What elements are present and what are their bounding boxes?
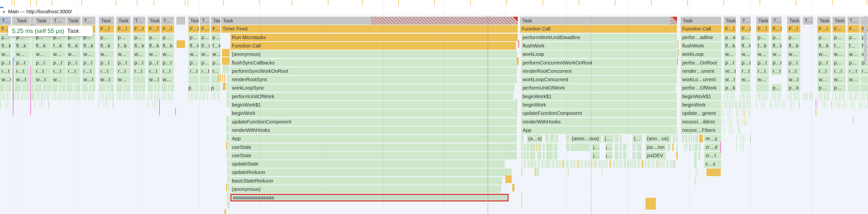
flame-bar[interactable]: w…	[188, 50, 199, 58]
task-bar[interactable]: T…	[847, 17, 860, 25]
flame-bar[interactable]: fl…k	[15, 42, 30, 50]
flame-bar[interactable]: w…t	[82, 76, 95, 83]
flame-bar[interactable]: w…t	[34, 76, 51, 83]
flame-bar[interactable]	[688, 135, 690, 142]
flame-bar[interactable]: beginWork$1	[521, 93, 677, 100]
flame-bar[interactable]: p…t	[148, 59, 160, 67]
flame-bar[interactable]: p…t	[82, 59, 95, 67]
flame-bar[interactable]: f…k	[117, 42, 130, 50]
flame-bar[interactable]	[73, 84, 76, 92]
flame-bar[interactable]: flushWork	[521, 42, 677, 50]
vertical-scrollbar[interactable]	[864, 16, 867, 63]
flame-bar[interactable]	[170, 84, 174, 92]
flame-bar[interactable]: r…t	[117, 67, 130, 75]
flame-bar[interactable]	[148, 84, 153, 92]
flame-bar-main[interactable]: performSyncWorkOnRoot	[230, 67, 517, 75]
flame-bar[interactable]: performWorkUntilDeadline	[521, 34, 677, 41]
flame-bar-main[interactable]: Run Microtasks	[230, 34, 518, 41]
flame-bar[interactable]	[672, 143, 674, 151]
flame-bar[interactable]: p…	[817, 34, 831, 41]
flame-bar[interactable]: jsx…ion	[646, 143, 666, 151]
flame-bar[interactable]: (…	[632, 135, 642, 142]
flame-bar[interactable]	[106, 84, 110, 92]
flame-bar[interactable]	[699, 143, 701, 151]
task-bar[interactable]: Task	[66, 17, 81, 25]
flame-bar[interactable]: (anon…ous)	[570, 135, 601, 142]
flame-bar[interactable]: perfor…OnRoot	[681, 59, 721, 67]
flame-bar[interactable]: p…t	[117, 59, 130, 67]
flame-bar[interactable]: w…	[133, 50, 145, 58]
task-bar[interactable]: Task	[211, 17, 220, 25]
flame-bar[interactable]	[110, 84, 114, 92]
flame-bar[interactable]: w…	[817, 50, 831, 58]
flame-bar[interactable]: p…e	[724, 34, 736, 41]
flame-bar[interactable]: w…	[756, 50, 769, 58]
flame-bar[interactable]: jsxDEV	[646, 152, 666, 159]
flame-bar[interactable]: p…	[133, 34, 145, 41]
flame-bar[interactable]: w…	[740, 50, 751, 58]
task-bar[interactable]: T…	[0, 17, 11, 25]
flame-bar[interactable]: fl…k	[771, 42, 782, 50]
flame-bar[interactable]: p…	[117, 34, 130, 41]
flame-bar[interactable]: w…	[200, 50, 210, 58]
flame-bar[interactable]: performUnitOfWork	[521, 84, 676, 92]
flame-bar[interactable]	[157, 84, 160, 92]
flame-bar[interactable]: c…s	[704, 160, 721, 168]
flame-bar[interactable]	[740, 84, 751, 92]
flame-bar[interactable]: w…	[211, 50, 220, 58]
flame-bar[interactable]	[47, 84, 51, 92]
flame-bar[interactable]: w…t	[15, 76, 30, 83]
flame-bar[interactable]: (a…s)	[527, 135, 542, 142]
flame-bar[interactable]	[521, 135, 524, 142]
task-bar[interactable]: T…	[82, 17, 95, 25]
flame-bar-main[interactable]: workLoopSync	[230, 84, 515, 92]
flame-bar-main[interactable]: flushSyncCallbacks	[230, 59, 517, 67]
flame-bar[interactable]: w…	[117, 50, 130, 58]
flame-bar[interactable]: w…	[161, 50, 174, 58]
flame-bar[interactable]: F…l	[740, 25, 751, 33]
flame-bar[interactable]: F…l	[161, 25, 174, 33]
flame-bar[interactable]: w…t	[99, 76, 114, 83]
flame-bar[interactable]: fl…k	[0, 42, 11, 50]
flame-bar[interactable]	[619, 152, 622, 159]
flame-bar[interactable]	[527, 152, 529, 159]
flame-bar[interactable]: p…	[833, 34, 846, 41]
flame-bar[interactable]: p…	[817, 84, 831, 92]
flame-bar[interactable]: fl…k	[161, 42, 174, 50]
flame-bar[interactable]: p…	[148, 34, 160, 41]
flame-bar[interactable]	[566, 135, 570, 142]
flame-bar[interactable]: p…	[188, 34, 199, 41]
flame-bar-main[interactable]: Function Call	[230, 42, 516, 50]
flame-bar[interactable]: p…t	[787, 59, 800, 67]
flame-bar[interactable]	[66, 84, 73, 92]
flame-bar[interactable]	[689, 143, 691, 151]
flame-bar[interactable]: p…t	[99, 59, 114, 67]
flame-bar[interactable]	[676, 135, 678, 142]
flame-bar[interactable]: w…	[833, 76, 846, 83]
flame-bar[interactable]	[692, 143, 693, 151]
flame-bar-main[interactable]: useState	[230, 143, 517, 151]
flame-bar[interactable]: fl…k	[724, 42, 736, 50]
flame-bar[interactable]	[117, 84, 123, 92]
flame-bar[interactable]: F…l	[817, 25, 831, 33]
flame-bar[interactable]: p…t	[34, 59, 51, 67]
flame-bar[interactable]: F…l	[188, 25, 199, 33]
flame-bar[interactable]: p…	[211, 84, 215, 92]
flame-bar[interactable]	[77, 84, 81, 92]
flame-bar[interactable]	[615, 152, 618, 159]
flame-bar-main[interactable]: updateReducer	[230, 169, 512, 176]
flame-bar[interactable]	[5, 84, 8, 92]
flame-bar[interactable]: re…t	[724, 67, 736, 75]
flame-bar[interactable]: fl…k	[82, 42, 95, 50]
flame-bar[interactable]: w…t	[787, 76, 800, 83]
flame-bar[interactable]: f…	[847, 42, 860, 50]
flame-bar-main[interactable]: renderWithHooks	[230, 127, 517, 134]
flame-bar[interactable]	[218, 84, 220, 92]
flame-bar[interactable]: p…	[771, 34, 782, 41]
flame-bar[interactable]	[34, 84, 42, 92]
flame-bar[interactable]: r…	[211, 67, 220, 75]
collapse-arrow-icon[interactable]: ▼	[2, 10, 6, 14]
flame-bar[interactable]: p…	[211, 34, 220, 41]
flame-bar[interactable]: w…	[34, 50, 51, 58]
flame-bar[interactable]	[196, 84, 199, 92]
